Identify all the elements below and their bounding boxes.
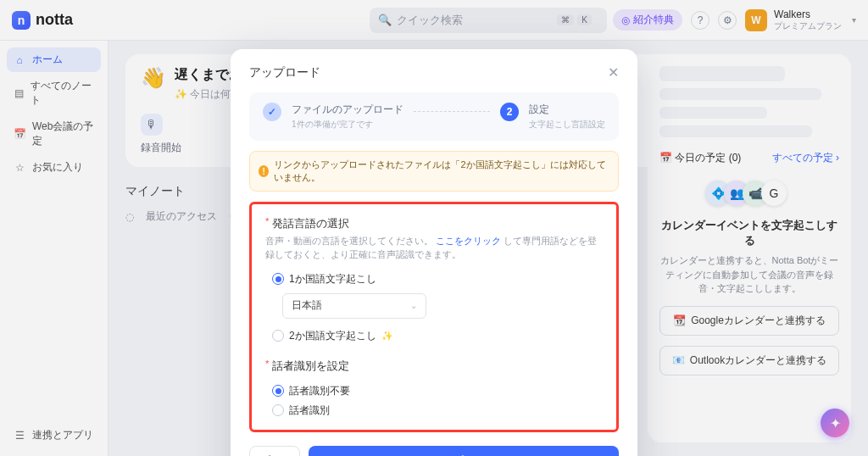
warning-icon: !: [259, 165, 269, 177]
upload-modal: アップロード ✕ ファイルのアップロード 1件の準備が完了です 2 設定 文字起…: [231, 49, 637, 456]
step1-sub: 1件の準備が完了です: [292, 119, 403, 131]
warning-banner: ! リンクからアップロードされたファイルは「2か国語文字起こし」には対応していま…: [249, 151, 619, 192]
modal-title: アップロード: [249, 65, 320, 81]
close-icon[interactable]: ✕: [608, 64, 619, 81]
highlight-frame: 発話言語の選択 音声・動画の言語を選択してください。 ここをクリック して専門用…: [249, 202, 619, 432]
dictionary-link[interactable]: ここをクリック: [436, 236, 501, 246]
radio-single-label: 1か国語文字起こし: [289, 272, 376, 286]
step1-label: ファイルのアップロード: [292, 103, 403, 117]
radio-icon: [272, 404, 284, 416]
radio-dual-label: 2か国語文字起こし: [289, 329, 376, 343]
language-section-desc: 音声・動画の言語を選択してください。 ここをクリック して専門用語などを登録して…: [265, 235, 603, 262]
radio-speaker-none-label: 話者識別不要: [289, 384, 350, 398]
radio-speaker-on-label: 話者識別: [289, 403, 330, 418]
chevron-down-icon: ⌄: [410, 301, 417, 310]
step2-label: 設定: [529, 103, 605, 117]
radio-dual-language[interactable]: 2か国語文字起こし ✨: [265, 329, 603, 343]
speaker-section-heading: 話者識別を設定: [265, 359, 603, 374]
back-button[interactable]: 戻る: [249, 446, 300, 457]
radio-icon-checked: [272, 385, 284, 397]
radio-icon: [272, 330, 284, 342]
stepper: ファイルのアップロード 1件の準備が完了です 2 設定 文字起こし言語設定: [249, 92, 619, 141]
modal-footer: 戻る アップロード: [249, 446, 619, 457]
step2-sub: 文字起こし言語設定: [529, 119, 605, 131]
step1-done-icon: [263, 103, 281, 121]
language-section-heading: 発話言語の選択: [265, 216, 603, 231]
radio-single-language[interactable]: 1か国語文字起こし: [265, 272, 603, 286]
upload-button[interactable]: アップロード: [309, 446, 619, 457]
warning-text: リンクからアップロードされたファイルは「2か国語文字起こし」には対応していません…: [274, 158, 609, 184]
radio-icon-checked: [272, 273, 284, 285]
modal-overlay: アップロード ✕ ファイルのアップロード 1件の準備が完了です 2 設定 文字起…: [0, 0, 868, 456]
sparkle-icon: ✨: [381, 331, 393, 342]
radio-speaker-none[interactable]: 話者識別不要: [265, 384, 603, 398]
language-select-value: 日本語: [292, 298, 322, 313]
stepper-divider: [414, 111, 490, 112]
step2-icon: 2: [500, 103, 519, 121]
language-select[interactable]: 日本語 ⌄: [282, 293, 426, 319]
radio-speaker-on[interactable]: 話者識別: [265, 403, 603, 418]
